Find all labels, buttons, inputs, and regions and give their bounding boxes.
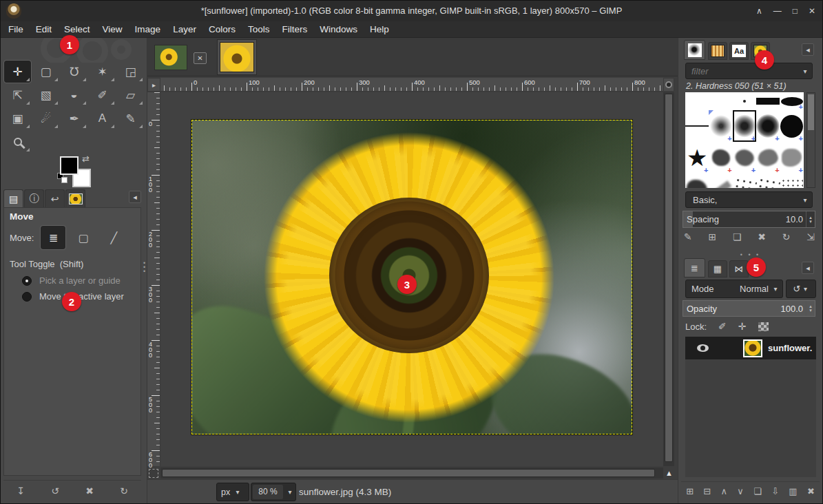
tool-gradient[interactable]: ▧: [32, 84, 59, 106]
edit-brush-button[interactable]: ✎: [684, 231, 692, 242]
tab-layers[interactable]: ≣: [684, 258, 705, 277]
menu-layer[interactable]: Layer: [167, 21, 202, 38]
add-mask-button[interactable]: ▥: [789, 486, 797, 496]
dock-collapse-button[interactable]: ◂: [129, 191, 141, 203]
opacity-spinner[interactable]: ▴ ▾: [806, 301, 815, 316]
tool-smudge[interactable]: ☄: [32, 107, 59, 129]
maximize-icon[interactable]: □: [793, 6, 798, 16]
swap-colors-icon[interactable]: ⇄: [82, 154, 90, 164]
close-icon[interactable]: ✕: [809, 6, 815, 16]
brush-swatch-block[interactable]: [756, 92, 780, 110]
spacing-spinner[interactable]: ▴ ▾: [806, 211, 815, 227]
menu-view[interactable]: View: [96, 21, 129, 38]
lock-position-icon[interactable]: ✛: [738, 321, 747, 332]
scrollbar-thumb[interactable]: [808, 94, 814, 130]
foreground-color-swatch[interactable]: [60, 156, 79, 175]
quick-mask-toggle[interactable]: [149, 469, 158, 478]
spin-down-icon[interactable]: ▾: [809, 308, 812, 313]
delete-preset-button[interactable]: ✖: [85, 485, 94, 496]
menu-image[interactable]: Image: [129, 21, 167, 38]
brush-scrollbar[interactable]: [806, 92, 815, 188]
brush-swatch-spray[interactable]: [756, 174, 780, 188]
menu-help[interactable]: Help: [364, 21, 395, 38]
raise-layer-button[interactable]: ∧: [721, 486, 728, 496]
brush-filter-input[interactable]: [686, 66, 798, 76]
brush-swatch-hardness-025[interactable]: [709, 110, 732, 142]
vertical-ruler[interactable]: 0 100 200 300 400 500 600: [147, 92, 160, 466]
layer-mode-select[interactable]: Mode Normal ▾: [685, 280, 783, 298]
brush-swatch-chalk[interactable]: [709, 142, 732, 174]
brush-swatch-star[interactable]: ★: [685, 142, 709, 174]
brush-group-select[interactable]: Basic, ▾: [685, 191, 813, 208]
radio-pick-layer[interactable]: [22, 276, 32, 286]
opacity-slider[interactable]: Opacity 100.0 ▴ ▾: [683, 300, 815, 317]
lock-pixels-icon[interactable]: ✐: [718, 321, 727, 332]
new-layer-group-button[interactable]: ⊟: [703, 486, 711, 496]
tab-image-thumbnail[interactable]: [65, 189, 85, 207]
tool-rectangle-select[interactable]: ▢: [32, 61, 59, 83]
duplicate-brush-button[interactable]: ❏: [733, 231, 742, 242]
brush-swatch-ellipse[interactable]: [780, 92, 804, 110]
brush-swatch-chalk[interactable]: [756, 142, 780, 174]
dock-resize-handle[interactable]: •••: [143, 261, 146, 273]
shade-icon[interactable]: ∧: [756, 6, 762, 16]
move-mode-path-button[interactable]: ╱: [101, 226, 126, 249]
tab-brushes[interactable]: [684, 40, 705, 60]
brush-swatch-line[interactable]: [685, 110, 709, 142]
tool-text[interactable]: A: [89, 107, 116, 129]
radio-move-active-layer[interactable]: [22, 292, 32, 302]
scrollbar-thumb[interactable]: [162, 469, 655, 477]
tab-undo-history[interactable]: ↩: [45, 189, 65, 207]
spacing-slider[interactable]: Spacing 10.0 ▴ ▾: [683, 211, 815, 228]
menu-select[interactable]: Select: [58, 21, 96, 38]
brush-swatch-chalk[interactable]: [733, 142, 756, 174]
layer-row[interactable]: sunflower.: [685, 337, 816, 359]
tool-crop[interactable]: ◲: [117, 61, 144, 83]
menu-edit[interactable]: Edit: [30, 21, 58, 38]
tab-channels[interactable]: ▦: [708, 260, 727, 277]
tab-paths[interactable]: ⋈: [729, 260, 749, 277]
minimize-icon[interactable]: —: [773, 6, 782, 16]
dock-splitter-handle[interactable]: • • •: [678, 251, 822, 258]
brush-swatch-spray[interactable]: [733, 174, 756, 188]
new-layer-button[interactable]: ⊞: [686, 486, 694, 496]
save-preset-button[interactable]: ↧: [17, 485, 25, 496]
tool-color-picker[interactable]: ✎: [117, 107, 144, 129]
close-tab-icon[interactable]: ✕: [194, 52, 207, 64]
tool-clone[interactable]: ▣: [4, 107, 31, 129]
tool-eraser[interactable]: ▱: [117, 84, 144, 106]
duplicate-layer-button[interactable]: ❏: [753, 486, 762, 496]
tab-device-status[interactable]: ⓘ: [24, 189, 44, 207]
ruler-origin-button[interactable]: ▸: [147, 78, 160, 92]
zoom-select[interactable]: 80 % ▾: [251, 483, 296, 501]
brush-swatch-hardness-050[interactable]: [733, 110, 756, 142]
image-tab-sunflower[interactable]: [154, 45, 187, 70]
menu-filters[interactable]: Filters: [275, 21, 313, 38]
brush-swatch-hardness-075[interactable]: [756, 110, 780, 142]
navigation-preview-button[interactable]: ▲: [664, 468, 674, 479]
lock-alpha-icon[interactable]: [758, 322, 769, 331]
dock-collapse-button[interactable]: ◂: [802, 262, 814, 274]
tool-paintbrush[interactable]: ✐: [89, 84, 116, 106]
lower-layer-button[interactable]: ∨: [737, 486, 744, 496]
new-brush-button[interactable]: ⊞: [708, 231, 716, 242]
unit-select[interactable]: px ▾: [216, 483, 249, 501]
brush-swatch-chalk[interactable]: [780, 142, 804, 174]
zoom-follow-window-button[interactable]: [663, 78, 674, 92]
restore-preset-button[interactable]: ↺: [51, 485, 59, 496]
scrollbar-thumb[interactable]: [665, 94, 673, 462]
tab-fonts[interactable]: Aa: [729, 42, 749, 60]
brush-swatch-hardness-100[interactable]: [780, 110, 804, 142]
delete-brush-button[interactable]: ✖: [758, 231, 766, 242]
tool-move[interactable]: ✛: [4, 61, 31, 83]
refresh-brushes-button[interactable]: ↻: [782, 231, 791, 242]
tool-transform[interactable]: ⇱: [4, 84, 31, 106]
reset-tool-button[interactable]: ↻: [120, 485, 128, 496]
menu-file[interactable]: File: [2, 21, 30, 38]
menu-windows[interactable]: Windows: [313, 21, 364, 38]
menu-colors[interactable]: Colors: [202, 21, 242, 38]
move-mode-layer-button[interactable]: ≣: [41, 226, 65, 249]
brush-swatch-texture[interactable]: [685, 174, 709, 188]
menu-tools[interactable]: Tools: [242, 21, 276, 38]
visibility-eye-icon[interactable]: [697, 344, 709, 352]
